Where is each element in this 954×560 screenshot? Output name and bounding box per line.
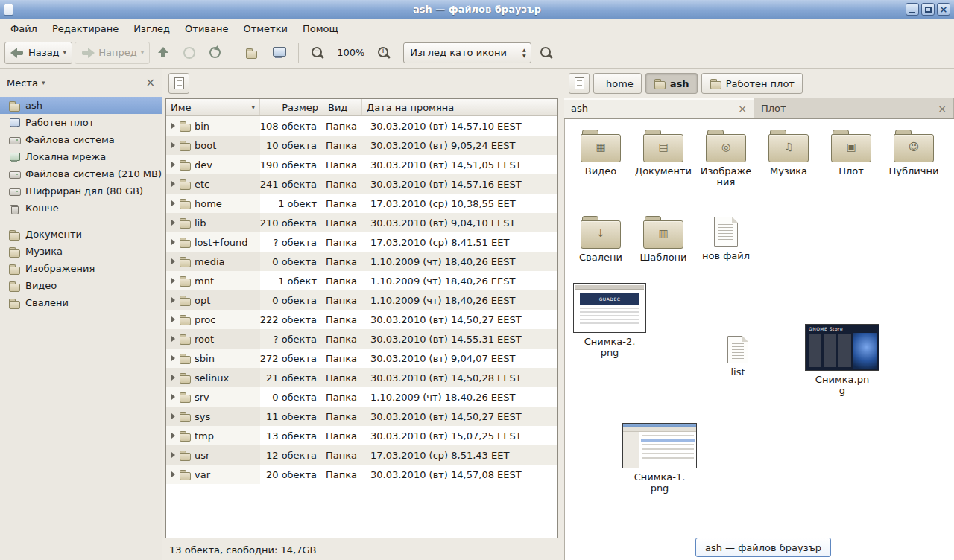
back-history-chevron-icon[interactable]: ▾ bbox=[63, 49, 67, 56]
expander-icon[interactable] bbox=[171, 355, 175, 361]
computer-button[interactable] bbox=[265, 42, 292, 64]
pathbar-button[interactable]: ash bbox=[645, 73, 698, 94]
view-mode-combobox[interactable]: Изглед като икони ▲ ▼ bbox=[403, 42, 531, 63]
zoom-in-button[interactable]: + bbox=[371, 42, 397, 64]
table-row[interactable]: sys 11 обекта Папка 30.03.2010 (вт) 14,5… bbox=[166, 407, 557, 426]
menu-item[interactable]: Отметки bbox=[236, 21, 294, 36]
expander-icon[interactable] bbox=[171, 452, 175, 458]
sidebar-item[interactable]: Изображения bbox=[0, 260, 162, 277]
expander-icon[interactable] bbox=[171, 471, 175, 477]
expander-icon[interactable] bbox=[171, 220, 175, 226]
combo-spinner[interactable]: ▲ ▼ bbox=[517, 43, 531, 63]
table-row[interactable]: bin 108 обекта Папка 30.03.2010 (вт) 14,… bbox=[166, 116, 557, 136]
table-row[interactable]: lib 210 обекта Папка 30.03.2010 (вт) 9,0… bbox=[166, 213, 557, 232]
table-row[interactable]: mnt 1 обект Папка 1.10.2009 (чт) 18,40,2… bbox=[166, 271, 557, 290]
sidebar-item[interactable]: Кошче bbox=[0, 200, 162, 217]
home-button[interactable] bbox=[239, 42, 263, 64]
table-row[interactable]: dev 190 обекта Папка 30.03.2010 (вт) 14,… bbox=[166, 155, 557, 174]
sidebar-item[interactable]: ash bbox=[0, 97, 162, 114]
forward-button[interactable]: Напред ▾ bbox=[75, 42, 150, 64]
tab-close-icon[interactable]: × bbox=[738, 104, 747, 114]
sidebar-item[interactable]: Документи bbox=[0, 226, 162, 243]
icon-view-item-snimka1[interactable]: Снимка-1.png bbox=[619, 423, 701, 494]
taskbar-window-button[interactable]: ash — файлов браузър bbox=[695, 538, 831, 557]
sidebar-item[interactable]: Файлова система (210 MB) bbox=[0, 165, 162, 182]
expander-icon[interactable] bbox=[171, 316, 175, 322]
table-row[interactable]: tmp 13 обекта Папка 30.03.2010 (вт) 15,0… bbox=[166, 426, 557, 445]
expander-icon[interactable] bbox=[171, 181, 175, 187]
expander-icon[interactable] bbox=[171, 278, 175, 284]
table-row[interactable]: selinux 21 обекта Папка 30.03.2010 (вт) … bbox=[166, 368, 557, 387]
icon-view-item[interactable]: ▣ Плот bbox=[820, 128, 882, 188]
expander-icon[interactable] bbox=[171, 297, 175, 303]
close-button[interactable]: × bbox=[937, 3, 950, 16]
sidebar-item[interactable]: Свалени bbox=[0, 294, 162, 311]
maximize-button[interactable] bbox=[921, 3, 935, 16]
expander-icon[interactable] bbox=[171, 375, 175, 381]
sidebar-item[interactable]: Музика bbox=[0, 243, 162, 260]
icon-view-item-snimka2[interactable]: GUADEC Снимка-2.png bbox=[569, 283, 651, 359]
back-button[interactable]: Назад ▾ bbox=[4, 42, 72, 64]
zoom-out-button[interactable]: − bbox=[305, 42, 330, 64]
sidebar-close-icon[interactable]: × bbox=[145, 77, 155, 89]
icon-view-item-list[interactable]: list bbox=[697, 334, 779, 378]
sidebar-item[interactable]: Шифриран дял (80 GB) bbox=[0, 182, 162, 200]
menu-item[interactable]: Помощ bbox=[295, 21, 346, 36]
expander-icon[interactable] bbox=[171, 123, 175, 129]
pathbar-button[interactable]: home bbox=[593, 73, 642, 94]
icon-view-canvas[interactable]: ▦ Видео ▤ Документи ◎ Изображения bbox=[564, 119, 954, 560]
expander-icon[interactable] bbox=[171, 433, 175, 439]
expander-icon[interactable] bbox=[171, 413, 175, 419]
sidebar-item[interactable]: Работен плот bbox=[0, 114, 162, 131]
table-row[interactable]: srv 0 обекта Папка 1.10.2009 (чт) 18,40,… bbox=[166, 387, 557, 407]
table-row[interactable]: proc 222 обекта Папка 30.03.2010 (вт) 14… bbox=[166, 310, 557, 329]
column-header-modified[interactable]: Дата на промяна bbox=[362, 99, 557, 115]
expander-icon[interactable] bbox=[171, 336, 175, 342]
expander-icon[interactable] bbox=[171, 239, 175, 245]
pathbar-button[interactable]: Работен плот bbox=[701, 73, 803, 94]
tab[interactable]: ash × bbox=[564, 98, 754, 118]
column-header-size[interactable]: Размер bbox=[260, 99, 323, 115]
icon-view-item-new-file[interactable]: нов файл bbox=[695, 214, 757, 264]
sidebar-item[interactable]: Локална мрежа bbox=[0, 148, 162, 165]
expander-icon[interactable] bbox=[171, 200, 175, 206]
minimize-button[interactable] bbox=[906, 3, 919, 16]
table-row[interactable]: sbin 272 обекта Папка 30.03.2010 (вт) 9,… bbox=[166, 349, 557, 368]
expander-icon[interactable] bbox=[171, 258, 175, 264]
location-icon-button[interactable] bbox=[168, 73, 189, 94]
menu-item[interactable]: Редактиране bbox=[45, 21, 126, 36]
icon-view-item[interactable]: ▥ Шаблони bbox=[632, 214, 695, 264]
table-row[interactable]: home 1 обект Папка 17.03.2010 (ср) 10,38… bbox=[166, 194, 557, 213]
expander-icon[interactable] bbox=[171, 394, 175, 400]
menu-item[interactable]: Изглед bbox=[126, 21, 177, 36]
sidebar-chevron-icon[interactable]: ▾ bbox=[42, 80, 45, 86]
table-row[interactable]: opt 0 обекта Папка 1.10.2009 (чт) 18,40,… bbox=[166, 290, 557, 310]
icon-view-item[interactable]: ◎ Изображения bbox=[695, 128, 757, 188]
pathbar-icon-button[interactable] bbox=[569, 73, 590, 94]
menu-item[interactable]: Отиване bbox=[177, 21, 236, 36]
icon-view-item[interactable]: ♫ Музика bbox=[757, 128, 820, 188]
icon-view-item[interactable]: ▦ Видео bbox=[569, 128, 632, 188]
table-row[interactable]: etc 241 обекта Папка 30.03.2010 (вт) 14,… bbox=[166, 174, 557, 194]
forward-history-chevron-icon[interactable]: ▾ bbox=[141, 49, 145, 56]
menu-item[interactable]: Файл bbox=[3, 21, 45, 36]
sidebar-item[interactable]: Видео bbox=[0, 277, 162, 294]
sidebar-title[interactable]: Места bbox=[7, 77, 38, 89]
table-row[interactable]: boot 10 обекта Папка 30.03.2010 (вт) 9,0… bbox=[166, 136, 557, 155]
titlebar[interactable]: ash — файлов браузър × bbox=[0, 0, 954, 19]
up-button[interactable] bbox=[152, 42, 175, 64]
tab[interactable]: Плот × bbox=[754, 98, 954, 118]
icon-view-item-snimka[interactable]: GNOME Store Снимка.png bbox=[801, 324, 883, 397]
table-row[interactable]: lost+found ? обекта Папка 17.03.2010 (ср… bbox=[166, 232, 557, 252]
icon-view-item[interactable]: ☺ Публични bbox=[882, 128, 945, 188]
table-row[interactable]: var 20 обекта Папка 30.03.2010 (вт) 14,5… bbox=[166, 465, 557, 484]
icon-view-item[interactable]: ▤ Документи bbox=[632, 128, 695, 188]
column-header-type[interactable]: Вид bbox=[323, 99, 362, 115]
expander-icon[interactable] bbox=[171, 142, 175, 148]
table-row[interactable]: media 0 обекта Папка 1.10.2009 (чт) 18,4… bbox=[166, 252, 557, 271]
table-row[interactable]: root ? обекта Папка 30.03.2010 (вт) 14,5… bbox=[166, 329, 557, 349]
search-button[interactable] bbox=[534, 42, 559, 64]
column-header-name[interactable]: Име ▾ bbox=[166, 99, 260, 115]
icon-view-item[interactable]: ↓ Свалени bbox=[569, 214, 632, 264]
tab-close-icon[interactable]: × bbox=[938, 104, 947, 114]
